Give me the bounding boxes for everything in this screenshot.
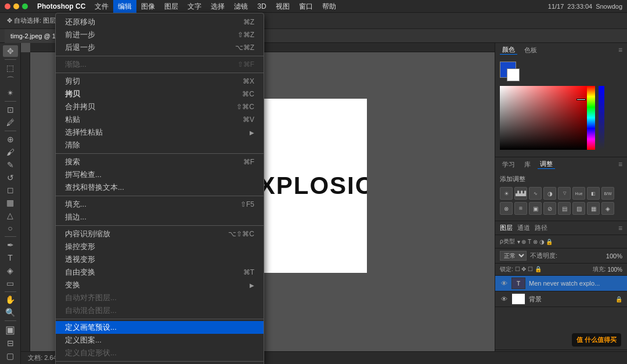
tool-eyedropper[interactable]: 🖉: [3, 117, 18, 128]
tool-move[interactable]: ✥: [3, 45, 18, 57]
menu-item-----[interactable]: 自由变换⌘T: [56, 266, 264, 279]
menu-item-label: 自动混合图层...: [65, 305, 254, 316]
library-tab[interactable]: 库: [522, 160, 533, 169]
blend-mode-select[interactable]: 正常: [500, 251, 527, 261]
tool-shape[interactable]: ▭: [3, 277, 18, 289]
tool-magic-wand[interactable]: ✴: [3, 88, 18, 99]
color-field[interactable]: [500, 86, 587, 150]
adj-channel-mixer[interactable]: ⊞: [514, 202, 527, 215]
maximize-button[interactable]: [22, 3, 28, 9]
adj-colorbal[interactable]: ◧: [587, 187, 600, 200]
paths-tab[interactable]: 路径: [535, 224, 547, 232]
menubar-view[interactable]: 视图: [271, 0, 294, 13]
hue-slider[interactable]: [587, 86, 595, 150]
layers-tab[interactable]: 图层: [500, 224, 513, 232]
menubar-window[interactable]: 窗口: [294, 0, 318, 13]
tool-marquee[interactable]: ⬚: [3, 62, 18, 74]
adj-exposure[interactable]: ◑: [543, 187, 556, 200]
adj-threshold[interactable]: ▨: [572, 202, 585, 215]
color-tab[interactable]: 颜色: [500, 45, 517, 55]
adj-photo-filter[interactable]: ⊗: [500, 202, 513, 215]
menubar-edit[interactable]: 编辑: [113, 0, 136, 13]
adj-gradient-map[interactable]: ▦: [587, 202, 600, 215]
menubar-image[interactable]: 图像: [136, 0, 160, 13]
color-picker[interactable]: [500, 86, 604, 150]
tool-history-brush[interactable]: ↺: [3, 172, 18, 183]
adjustments-tab[interactable]: 调整: [538, 160, 555, 169]
background-color-chip[interactable]: [507, 69, 520, 81]
menu-item-----[interactable]: 前进一步⇧⌘Z: [56, 28, 264, 41]
menu-item---[interactable]: 清除: [56, 139, 264, 152]
menu-item---[interactable]: 粘贴⌘V: [56, 113, 264, 126]
layer-item-background[interactable]: 👁 背景 🔒: [495, 291, 627, 307]
tool-type[interactable]: T: [3, 252, 18, 264]
channels-tab[interactable]: 通道: [517, 224, 530, 232]
adj-selective-color[interactable]: ◈: [601, 202, 614, 215]
menu-item---[interactable]: 搜索⌘F: [56, 156, 264, 168]
layer-item-text[interactable]: 👁 T Men never watch explo...: [495, 276, 627, 291]
tool-lasso[interactable]: ⌒: [3, 75, 18, 87]
learn-tab[interactable]: 学习: [500, 160, 517, 169]
tool-crop[interactable]: ⊡: [3, 104, 18, 116]
adj-curves[interactable]: ∿: [529, 187, 542, 200]
minimize-button[interactable]: [13, 3, 19, 9]
tool-zoom[interactable]: 🔍: [3, 307, 18, 318]
adj-hsl[interactable]: Hue: [572, 187, 585, 200]
menubar-select[interactable]: 选择: [206, 0, 229, 13]
edit-in-quick-mask[interactable]: ⊟: [3, 337, 18, 349]
menu-item-----[interactable]: 合并拷贝⇧⌘C: [56, 100, 264, 113]
tool-spot-heal[interactable]: ⊕: [3, 134, 18, 145]
menu-item--------[interactable]: 定义图案...: [56, 334, 264, 347]
adj-vibrance[interactable]: ▽: [558, 187, 571, 200]
menu-item-----------[interactable]: 查找和替换文本...: [56, 181, 264, 194]
menubar-type[interactable]: 文字: [183, 0, 206, 13]
menu-item-----[interactable]: 后退一步⌥⌘Z: [56, 41, 264, 54]
menu-item------[interactable]: 选择性粘贴▶: [56, 126, 264, 139]
tool-blur[interactable]: △: [3, 210, 18, 221]
menu-item-----[interactable]: 操控变形: [56, 240, 264, 253]
menubar-help[interactable]: 帮助: [318, 0, 341, 13]
menubar-layer[interactable]: 图层: [160, 0, 183, 13]
menu-item------[interactable]: 描边...: [56, 211, 264, 224]
tool-dodge[interactable]: ○: [3, 222, 18, 234]
menu-item---[interactable]: 拷贝⌘C: [56, 88, 264, 100]
tool-clone[interactable]: ✎: [3, 159, 18, 171]
layer-visibility-bg[interactable]: 👁: [500, 295, 508, 303]
foreground-color[interactable]: ▣: [3, 323, 18, 336]
menubar-3d[interactable]: 3D: [253, 0, 271, 13]
layer-visibility-text[interactable]: 👁: [500, 279, 508, 287]
menu-item-------[interactable]: 内容识别缩放⌥⇧⌘C: [56, 228, 264, 240]
menu-item---[interactable]: 剪切⌘X: [56, 75, 264, 88]
adj-poster[interactable]: ▤: [558, 202, 571, 215]
tool-brush[interactable]: 🖌: [3, 146, 18, 158]
menubar-right: 11/17 23:33:04 Snowdog: [548, 3, 627, 10]
color-panel-menu[interactable]: ≡: [618, 46, 622, 54]
screen-mode[interactable]: ▢: [3, 350, 18, 362]
menu-item--------[interactable]: 拼写检查...: [56, 168, 264, 181]
menu-item---[interactable]: 变换▶: [56, 279, 264, 291]
menu-item------[interactable]: 填充...⇧F5: [56, 198, 264, 211]
tool-eraser[interactable]: ◻: [3, 185, 18, 196]
adj-bw[interactable]: B/W: [601, 187, 614, 200]
tool-pen[interactable]: ✒: [3, 239, 18, 251]
adj-levels[interactable]: ▟▟▟: [514, 187, 527, 200]
color-fg-bg[interactable]: [500, 62, 523, 82]
tool-hand[interactable]: ✋: [3, 294, 18, 305]
swatches-tab[interactable]: 色板: [522, 46, 539, 55]
tool-path-select[interactable]: ◈: [3, 265, 18, 276]
adjustments-panel-menu[interactable]: ≡: [618, 160, 622, 168]
menu-item----------[interactable]: 定义画笔预设...: [56, 321, 264, 334]
adj-color-lookup[interactable]: ▣: [529, 202, 542, 215]
menu-item-label: 前进一步: [65, 30, 237, 40]
tool-gradient[interactable]: ▦: [3, 197, 18, 208]
menubar-file[interactable]: 文件: [90, 0, 113, 13]
layers-panel-menu[interactable]: ≡: [618, 224, 622, 232]
menu-item-----[interactable]: 还原移动⌘Z: [56, 16, 264, 28]
menubar-filter[interactable]: 滤镜: [229, 0, 253, 13]
menubar-photoshop[interactable]: Photoshop CC: [33, 0, 90, 13]
close-button[interactable]: [5, 3, 10, 9]
adj-invert[interactable]: ⊘: [543, 202, 556, 215]
alpha-slider[interactable]: [599, 86, 604, 150]
menu-item-----[interactable]: 透视变形: [56, 253, 264, 266]
adj-brightness[interactable]: ☀: [500, 187, 513, 200]
